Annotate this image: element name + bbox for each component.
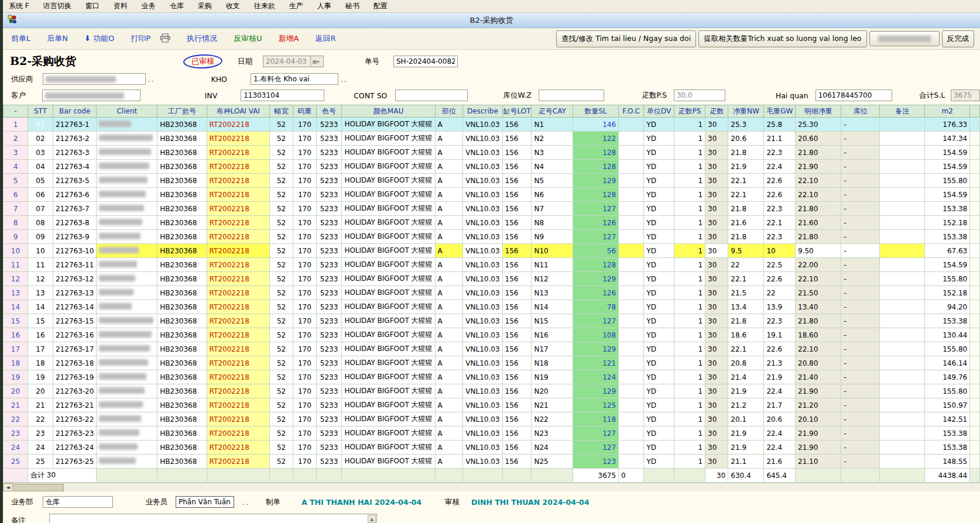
cell-width[interactable]: 52 (269, 426, 293, 441)
cell-gw[interactable]: 22.6 (764, 342, 796, 356)
cell-colorno[interactable]: 5233 (316, 412, 342, 426)
cell-nw[interactable]: 9.5 (728, 244, 764, 258)
cell-cay[interactable]: N5 (532, 174, 573, 188)
cell-width[interactable]: 52 (269, 342, 293, 356)
cell-colorno[interactable]: 5233 (316, 455, 342, 469)
cell-color[interactable]: HOLIDAY BIGFOOT 大猩猩 (342, 118, 435, 132)
cell-dnw[interactable]: 20.60 (796, 132, 841, 146)
cell-yweight[interactable]: 170 (293, 174, 317, 188)
cell-pcs[interactable]: 30 (705, 146, 728, 160)
cell-lot[interactable]: 156 (502, 328, 532, 342)
cell-no[interactable]: 9 (4, 230, 28, 244)
cell-m2[interactable]: 153.38 (925, 426, 970, 441)
cell-pcs[interactable]: 30 (705, 342, 728, 356)
cell-factory[interactable]: HB230368 (157, 160, 207, 174)
cell-describe[interactable]: VNL10.03 (463, 455, 502, 469)
cell-pcs[interactable]: 30 (705, 286, 728, 300)
cell-colorno[interactable]: 5233 (316, 118, 342, 132)
cell-sl[interactable]: 129 (573, 342, 619, 356)
cell-describe[interactable]: VNL10.03 (463, 370, 502, 384)
cell-factory[interactable]: HB230368 (157, 398, 207, 412)
calendar-dropdown-icon[interactable]: ▦▾ (310, 56, 321, 67)
cell-lot[interactable]: 156 (502, 244, 532, 258)
cell-factory[interactable]: HB230368 (157, 300, 207, 314)
cell-m2[interactable]: 154.59 (925, 188, 970, 202)
cell-unit[interactable]: YD (644, 370, 674, 384)
cell-fabric[interactable]: RT2002218 (207, 160, 269, 174)
cell-loc[interactable]: - (841, 455, 880, 469)
cell-pcs[interactable]: 30 (705, 160, 728, 174)
cell-fabric[interactable]: RT2002218 (207, 230, 269, 244)
cell-m2[interactable]: 130.44 (925, 328, 970, 342)
cell-describe[interactable]: VNL10.03 (463, 146, 502, 160)
cell-no[interactable]: 4 (4, 160, 28, 174)
cell-no[interactable]: 12 (4, 272, 28, 286)
toolbar-link-6[interactable]: 执行情况 (187, 33, 217, 44)
cell-stt[interactable]: 09 (28, 230, 53, 244)
cell-no[interactable]: 22 (4, 412, 28, 426)
menu-item-12[interactable]: 秘书 (345, 1, 359, 11)
cell-colorno[interactable]: 5233 (316, 370, 342, 384)
cell-note[interactable] (880, 118, 925, 132)
cell-cay[interactable]: N9 (532, 230, 573, 244)
cell-color[interactable]: HOLIDAY BIGFOOT 大猩猩 (342, 188, 435, 202)
cell-cay[interactable]: N25 (532, 455, 573, 469)
cell-no[interactable]: 8 (4, 216, 28, 230)
cell-client[interactable] (97, 441, 157, 455)
cell-client[interactable] (97, 160, 157, 174)
cell-cay[interactable]: N18 (532, 356, 573, 370)
cell-color[interactable]: HOLIDAY BIGFOOT 大猩猩 (342, 258, 435, 272)
cell-loc[interactable]: - (841, 300, 880, 314)
cell-dnw[interactable]: 22.00 (796, 258, 841, 272)
cell-no[interactable]: 3 (4, 146, 28, 160)
cell-gw[interactable]: 22.6 (764, 174, 796, 188)
cell-unit[interactable]: YD (644, 412, 674, 426)
cell-nw[interactable]: 21.9 (728, 384, 764, 398)
cell-client[interactable] (97, 230, 157, 244)
cell-unit[interactable]: YD (644, 230, 674, 244)
toolbar-button-3[interactable] (869, 31, 940, 46)
cell-foc[interactable] (619, 300, 644, 314)
menu-item-3[interactable]: 窗口 (85, 1, 100, 11)
cell-sl[interactable]: 129 (573, 272, 619, 286)
cell-foc[interactable] (619, 398, 644, 412)
cell-describe[interactable]: VNL10.03 (463, 441, 502, 455)
cell-psn[interactable]: 1 (674, 370, 705, 384)
cell-foc[interactable] (619, 188, 644, 202)
column-header-pcs[interactable]: 疋数 (705, 105, 728, 118)
cell-dnw[interactable]: 13.40 (796, 300, 841, 314)
cell-cay[interactable]: N16 (532, 328, 573, 342)
column-header-note[interactable]: 备注 (880, 105, 925, 118)
cell-width[interactable]: 52 (269, 356, 293, 370)
cell-describe[interactable]: VNL10.03 (463, 412, 502, 426)
cell-psn[interactable]: 1 (674, 272, 705, 286)
cell-lot[interactable]: 156 (502, 356, 532, 370)
cell-part[interactable]: A (435, 118, 463, 132)
cell-gw[interactable]: 22.4 (764, 384, 796, 398)
supplier-field[interactable] (43, 73, 146, 85)
cell-gw[interactable]: 21.6 (764, 455, 796, 469)
cell-loc[interactable]: - (841, 272, 880, 286)
cell-barcode[interactable]: 212763-3 (53, 146, 96, 160)
cell-yweight[interactable]: 170 (293, 244, 317, 258)
cell-no[interactable]: 17 (4, 342, 28, 356)
cell-part[interactable]: A (435, 356, 463, 370)
cell-dnw[interactable]: 21.20 (796, 398, 841, 412)
cell-client[interactable] (97, 188, 157, 202)
cell-lot[interactable]: 156 (502, 188, 532, 202)
supplier-browse-button[interactable]: .. (148, 75, 155, 84)
cell-nw[interactable]: 21.1 (728, 455, 764, 469)
cell-loc[interactable]: - (841, 426, 880, 441)
cell-dnw[interactable]: 21.80 (796, 202, 841, 216)
cell-stt[interactable]: 08 (28, 216, 53, 230)
cell-psn[interactable]: 1 (674, 258, 705, 272)
cell-pcs[interactable]: 30 (705, 230, 728, 244)
cell-stt[interactable]: 07 (28, 202, 53, 216)
cell-note[interactable] (880, 441, 925, 455)
cell-m2[interactable]: 154.59 (925, 160, 970, 174)
cell-factory[interactable]: HB230368 (157, 174, 207, 188)
cell-width[interactable]: 52 (269, 370, 293, 384)
cell-barcode[interactable]: 212763-8 (53, 216, 96, 230)
cell-unit[interactable]: YD (644, 314, 674, 328)
cell-unit[interactable]: YD (644, 328, 674, 342)
